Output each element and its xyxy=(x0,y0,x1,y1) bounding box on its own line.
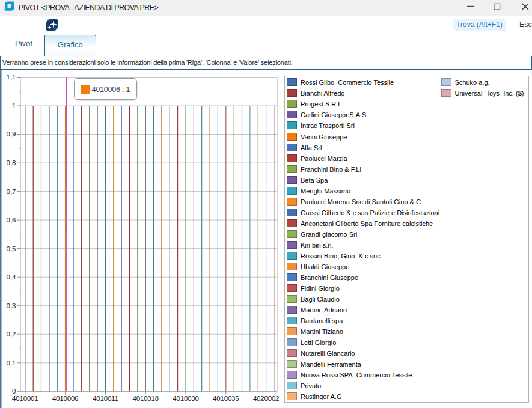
svg-text:4010030: 4010030 xyxy=(173,395,198,402)
svg-text:0,3: 0,3 xyxy=(7,302,16,309)
svg-text:0,2: 0,2 xyxy=(7,330,16,338)
svg-text:0,1: 0,1 xyxy=(7,359,16,367)
svg-text:0,4: 0,4 xyxy=(7,273,17,281)
svg-text:1,1: 1,1 xyxy=(7,73,16,81)
svg-text:0,7: 0,7 xyxy=(7,188,16,195)
svg-text:4010011: 4010011 xyxy=(93,395,118,402)
svg-text:0,5: 0,5 xyxy=(7,245,16,252)
svg-text:4020002: 4020002 xyxy=(253,395,279,402)
svg-text:0,6: 0,6 xyxy=(7,216,16,224)
svg-text:4010006: 4010006 xyxy=(52,395,78,402)
svg-text:4010018: 4010018 xyxy=(133,395,159,402)
svg-text:0,9: 0,9 xyxy=(7,130,16,138)
svg-text:1: 1 xyxy=(12,102,16,109)
svg-text:0: 0 xyxy=(12,388,16,395)
svg-text:4010035: 4010035 xyxy=(213,395,239,402)
svg-text:4010001: 4010001 xyxy=(12,395,38,402)
svg-text:0,8: 0,8 xyxy=(7,159,16,166)
